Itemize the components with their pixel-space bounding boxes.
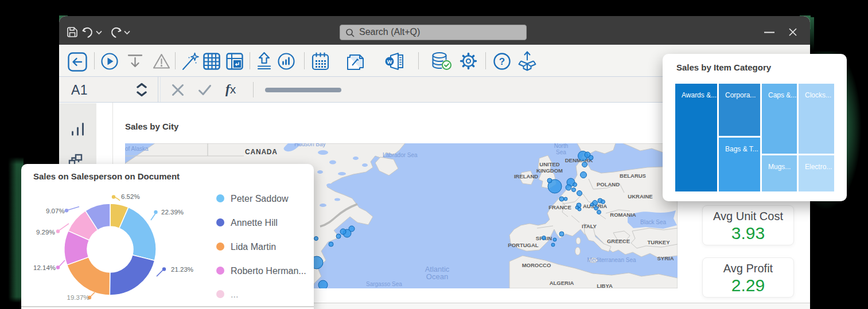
svg-text:UKRAINE: UKRAINE xyxy=(628,193,652,200)
svg-text:ITALY: ITALY xyxy=(582,223,597,229)
svg-text:of Alaska: of Alaska xyxy=(125,146,149,152)
svg-text:Ocean: Ocean xyxy=(426,272,448,281)
svg-text:PORTUGAL: PORTUGAL xyxy=(508,242,539,248)
svg-text:Hudson Bay: Hudson Bay xyxy=(294,143,325,147)
svg-text:Sea: Sea xyxy=(556,149,566,155)
svg-text:Labrador Sea: Labrador Sea xyxy=(383,152,418,158)
svg-text:FRANCE: FRANCE xyxy=(548,204,571,210)
svg-text:TURKEY: TURKEY xyxy=(647,239,670,245)
svg-text:SYRIA: SYRIA xyxy=(657,255,674,261)
svg-text:LIBYA: LIBYA xyxy=(597,283,613,288)
svg-text:IRELAND: IRELAND xyxy=(514,173,538,179)
svg-text:...: ... xyxy=(231,290,238,299)
svg-text:W: W xyxy=(387,58,392,65)
svg-text:Mediterranean Sea: Mediterranean Sea xyxy=(587,257,636,263)
svg-text:BELARUS: BELARUS xyxy=(620,173,646,179)
svg-text:Annette Hill: Annette Hill xyxy=(231,218,278,228)
svg-text:?: ? xyxy=(499,56,505,67)
svg-text:Lida Martin: Lida Martin xyxy=(231,242,276,252)
svg-text:Black Sea: Black Sea xyxy=(640,219,666,225)
svg-text:UNITED: UNITED xyxy=(539,161,560,167)
svg-text:Sargasso Sea: Sargasso Sea xyxy=(366,281,402,287)
svg-text:Roberto Herman...: Roberto Herman... xyxy=(231,266,306,276)
svg-text:GREECE: GREECE xyxy=(607,238,630,244)
svg-text:ROMANIA: ROMANIA xyxy=(610,212,636,218)
svg-text:Peter Saddow: Peter Saddow xyxy=(231,194,289,204)
svg-text:19.37%: 19.37% xyxy=(67,294,89,301)
svg-text:MOROCCO: MOROCCO xyxy=(522,262,551,268)
svg-text:6.52%: 6.52% xyxy=(121,193,140,200)
svg-text:POLAND: POLAND xyxy=(597,181,620,187)
svg-text:22.39%: 22.39% xyxy=(161,209,184,216)
svg-text:9.07%: 9.07% xyxy=(46,208,65,214)
svg-text:9.29%: 9.29% xyxy=(36,229,55,236)
svg-text:12.14%: 12.14% xyxy=(33,264,56,271)
svg-text:KINGDOM: KINGDOM xyxy=(536,167,563,174)
svg-text:ALGERIA: ALGERIA xyxy=(550,280,574,286)
svg-text:North: North xyxy=(554,143,568,149)
svg-text:21.23%: 21.23% xyxy=(171,266,193,273)
svg-text:CANADA: CANADA xyxy=(245,148,278,156)
